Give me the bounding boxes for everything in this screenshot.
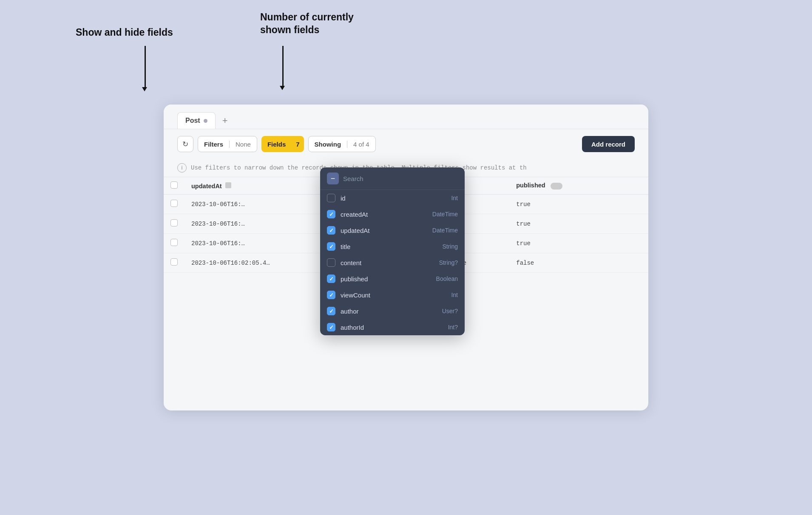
showing-label: Showing (309, 141, 348, 148)
field-type-id: Int (451, 195, 458, 201)
dropdown-search-row (320, 167, 465, 190)
field-name-published: published (341, 275, 431, 283)
dropdown-field-item[interactable]: updatedAtDateTime (320, 222, 465, 238)
add-record-button[interactable]: Add record (582, 136, 635, 152)
field-checkbox-createdAt[interactable] (327, 210, 335, 218)
fields-dropdown: idIntcreatedAtDateTimeupdatedAtDateTimet… (320, 167, 465, 335)
row-checkbox-1[interactable] (170, 200, 178, 207)
field-type-content: String? (439, 259, 458, 266)
field-name-id: id (341, 195, 446, 202)
page-wrapper: Show and hide fields Number of currently… (0, 0, 812, 515)
filters-value: None (230, 141, 257, 148)
refresh-button[interactable]: ↻ (177, 136, 193, 152)
filters-label: Filters (198, 141, 230, 148)
main-card: Post + ↻ Filters None Fields 7 Showing 4… (164, 105, 648, 410)
field-type-author: User? (442, 308, 458, 314)
fields-button[interactable]: Fields 7 (261, 136, 304, 152)
showing-value: 4 of 4 (347, 141, 375, 148)
tab-dot (204, 119, 207, 123)
field-checkbox-id[interactable] (327, 194, 335, 202)
row-checkbox-2[interactable] (170, 219, 178, 226)
field-type-viewCount: Int (451, 291, 458, 298)
field-name-authorId: authorId (341, 324, 443, 331)
showing-button[interactable]: Showing 4 of 4 (308, 136, 376, 152)
row-checkbox-4[interactable] (170, 258, 178, 266)
refresh-icon: ↻ (182, 140, 188, 149)
field-type-createdAt: DateTime (432, 211, 458, 218)
tab-bar: Post + (164, 105, 648, 129)
tab-post[interactable]: Post (177, 112, 216, 129)
sort-icon-updatedat (225, 182, 231, 188)
dropdown-field-item[interactable]: viewCountInt (320, 287, 465, 303)
field-name-updatedAt: updatedAt (341, 227, 427, 234)
field-checkbox-authorId[interactable] (327, 323, 335, 331)
dropdown-field-item[interactable]: publishedBoolean (320, 271, 465, 287)
fields-badge: 7 (292, 141, 304, 148)
field-name-title: title (341, 243, 437, 250)
field-name-createdAt: createdAt (341, 211, 427, 218)
dropdown-minus-button[interactable] (327, 173, 339, 184)
col-updatedat-label: updatedAt (191, 183, 222, 190)
field-checkbox-viewCount[interactable] (327, 291, 335, 299)
field-name-author: author (341, 308, 437, 315)
col-checkbox-header (164, 177, 185, 195)
row-published-4: false (509, 253, 648, 273)
field-type-updatedAt: DateTime (432, 227, 458, 234)
info-icon: i (177, 163, 187, 173)
dropdown-field-item[interactable]: idInt (320, 190, 465, 206)
toggle-icon-published (551, 183, 562, 190)
field-checkbox-author[interactable] (327, 307, 335, 315)
field-checkbox-title[interactable] (327, 242, 335, 251)
row-checkbox-3[interactable] (170, 239, 178, 246)
row-published-3: true (509, 234, 648, 253)
row-published-2: true (509, 214, 648, 234)
dropdown-field-item[interactable]: authorIdInt? (320, 319, 465, 335)
filters-button[interactable]: Filters None (198, 136, 257, 152)
dropdown-field-item[interactable]: contentString? (320, 255, 465, 271)
dropdown-field-item[interactable]: titleString (320, 238, 465, 255)
tab-post-label: Post (185, 117, 200, 125)
select-all-checkbox[interactable] (170, 181, 178, 189)
add-tab-button[interactable]: + (218, 113, 232, 129)
col-published-header[interactable]: published (509, 177, 648, 195)
field-name-viewCount: viewCount (341, 291, 446, 299)
field-type-published: Boolean (436, 275, 458, 282)
dropdown-fields-list: idIntcreatedAtDateTimeupdatedAtDateTimet… (320, 190, 465, 335)
col-published-label: published (516, 182, 545, 189)
field-name-content: content (341, 259, 434, 266)
field-type-authorId: Int? (448, 324, 458, 331)
dropdown-field-item[interactable]: authorUser? (320, 303, 465, 319)
toolbar: ↻ Filters None Fields 7 Showing 4 of 4 A… (164, 129, 648, 159)
field-checkbox-published[interactable] (327, 274, 335, 283)
dropdown-field-item[interactable]: createdAtDateTime (320, 206, 465, 222)
field-checkbox-content[interactable] (327, 258, 335, 267)
field-checkbox-updatedAt[interactable] (327, 226, 335, 235)
field-type-title: String (442, 243, 458, 250)
row-published-1: true (509, 195, 648, 214)
fields-label: Fields (261, 141, 292, 148)
dropdown-search-input[interactable] (343, 175, 458, 182)
